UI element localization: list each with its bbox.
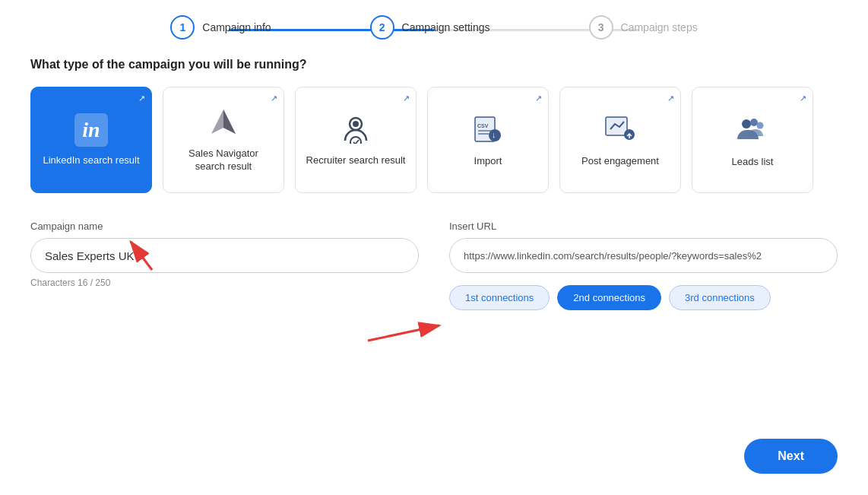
url-label: Insert URL xyxy=(449,221,838,232)
card-import-label: Import xyxy=(474,155,502,168)
campaign-name-label: Campaign name xyxy=(30,221,419,232)
step-3-circle: 3 xyxy=(589,15,613,40)
svg-point-3 xyxy=(353,121,359,127)
svg-point-16 xyxy=(757,122,764,129)
post-engagement-icon xyxy=(604,113,636,148)
step-3[interactable]: 3 Campaign steps xyxy=(589,15,698,40)
external-link-icon-import: ↗ xyxy=(535,94,542,103)
section-title: What type of the campaign you will be ru… xyxy=(30,58,838,71)
linkedin-in-letter: in xyxy=(82,118,100,142)
card-leads-list[interactable]: ↗ Leads list xyxy=(692,87,813,193)
step-2[interactable]: 2 Campaign settings xyxy=(370,15,490,40)
card-sales-nav-label: Sales Navigator search result xyxy=(173,148,274,173)
stepper: 1 Campaign info 2 Campaign settings 3 Ca… xyxy=(0,0,868,50)
campaign-name-input[interactable] xyxy=(30,238,419,273)
card-linkedin-label: LinkedIn search result xyxy=(43,154,139,167)
campaign-name-col: Campaign name Characters 16 / 250 xyxy=(30,221,419,288)
sales-nav-icon xyxy=(208,106,239,140)
next-button[interactable]: Next xyxy=(744,439,838,474)
step-1-circle: 1 xyxy=(170,15,195,40)
external-link-icon-linkedin: ↗ xyxy=(138,94,145,103)
card-leads-list-label: Leads list xyxy=(732,156,774,169)
card-recruiter-label: Recruiter search result xyxy=(306,154,406,167)
recruiter-icon xyxy=(341,113,371,147)
card-import[interactable]: ↗ CSV ↓ Import xyxy=(427,87,549,193)
step-1[interactable]: 1 Campaign info xyxy=(170,15,271,40)
svg-point-14 xyxy=(742,119,751,129)
svg-text:↓: ↓ xyxy=(492,130,496,139)
import-icon: CSV ↓ xyxy=(472,113,504,148)
external-link-icon-sales: ↗ xyxy=(271,94,277,103)
svg-point-15 xyxy=(750,119,758,126)
conn-btn-2nd[interactable]: 2nd connections xyxy=(557,285,661,310)
char-count: Characters 16 / 250 xyxy=(30,278,419,288)
conn-btn-1st[interactable]: 1st connections xyxy=(449,285,550,310)
card-linkedin[interactable]: ↗ in LinkedIn search result xyxy=(30,87,152,193)
external-link-icon-recruiter: ↗ xyxy=(403,94,410,103)
step-3-label: Campaign steps xyxy=(621,21,698,33)
step-2-circle: 2 xyxy=(370,15,394,40)
linkedin-logo-box: in xyxy=(74,113,108,147)
url-input[interactable] xyxy=(449,238,838,273)
external-link-icon-leads: ↗ xyxy=(800,94,806,103)
external-link-icon-post: ↗ xyxy=(667,94,674,103)
connection-buttons: 1st connections 2nd connections 3rd conn… xyxy=(449,285,838,310)
svg-line-20 xyxy=(368,325,439,341)
svg-marker-1 xyxy=(223,109,236,134)
leads-list-icon xyxy=(736,112,769,148)
conn-btn-3rd[interactable]: 3rd connections xyxy=(669,285,771,310)
svg-rect-11 xyxy=(606,117,627,135)
form-section: Campaign name Characters 16 / 250 Insert… xyxy=(30,221,838,310)
main-content: What type of the campaign you will be ru… xyxy=(0,50,868,325)
insert-url-col: Insert URL 1st connections 2nd connectio… xyxy=(449,221,838,310)
card-post-engagement-label: Post engagement xyxy=(581,155,659,168)
card-post-engagement[interactable]: ↗ Post engagement xyxy=(559,87,681,193)
svg-text:CSV: CSV xyxy=(477,123,489,129)
card-sales-navigator[interactable]: ↗ Sales Navigator search result xyxy=(163,87,284,193)
campaign-type-cards: ↗ in LinkedIn search result ↗ Sales Navi… xyxy=(30,87,838,193)
step-1-label: Campaign info xyxy=(202,21,271,33)
step-2-label: Campaign settings xyxy=(402,21,490,33)
card-recruiter[interactable]: ↗ Recruiter search result xyxy=(295,87,417,193)
